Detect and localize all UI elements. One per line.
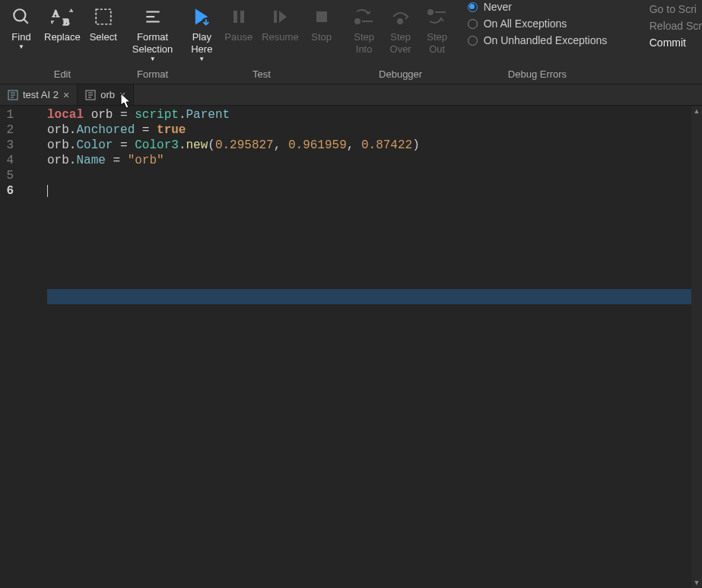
resume-button[interactable]: Resume (257, 2, 303, 64)
ribbon-group-edit: Find ▼ A B Replace Select (0, 0, 125, 84)
code-editor[interactable]: 123456 local orb = script.Parentorb.Anch… (0, 106, 702, 588)
find-label: Find (11, 31, 30, 43)
format-selection-button[interactable]: Format Selection ▼ (128, 2, 177, 64)
editor-tabs: test AI 2 × orb × (0, 84, 702, 106)
line-number: 2 (3, 122, 14, 138)
step-over-button[interactable]: Step Over (383, 2, 419, 57)
radio-on-unhandled-label: On Unhandled Exceptions (484, 34, 608, 46)
group-label-edit: Edit (54, 65, 71, 84)
svg-point-0 (14, 9, 25, 21)
radio-never-label: Never (484, 1, 512, 13)
radio-on-unhandled-exceptions[interactable]: On Unhandled Exceptions (468, 34, 608, 46)
svg-point-16 (428, 10, 433, 14)
search-icon (11, 5, 31, 29)
code-line[interactable]: orb.Name = "orb" (47, 153, 702, 168)
svg-line-1 (24, 19, 27, 23)
code-line[interactable] (47, 183, 702, 199)
ribbon-toolbar: Find ▼ A B Replace Select (0, 0, 702, 84)
line-number: 3 (3, 138, 14, 153)
radio-icon (468, 19, 478, 29)
radio-on-all-exceptions[interactable]: On All Exceptions (468, 17, 608, 30)
stop-button[interactable]: Stop (303, 2, 340, 64)
step-out-label: Step Out (427, 31, 447, 56)
ribbon-group-test: Play Here ▼ Pause Resume Stop (180, 0, 342, 84)
select-button[interactable]: Select (85, 2, 122, 52)
replace-label: Replace (44, 31, 81, 43)
tab-label: test AI 2 (23, 89, 59, 100)
close-icon[interactable]: × (63, 90, 69, 100)
vertical-scrollbar[interactable]: ▲ ▼ (691, 106, 702, 588)
radio-never[interactable]: Never (468, 1, 608, 13)
reload-script-button[interactable]: Reload Scr (650, 20, 702, 32)
svg-point-15 (398, 19, 402, 24)
dropdown-icon: ▼ (18, 44, 24, 50)
resume-label: Resume (262, 31, 298, 43)
replace-icon: A B (51, 5, 74, 29)
code-line[interactable]: orb.Color = Color3.new(0.295827, 0.96195… (47, 138, 702, 153)
play-icon (191, 5, 212, 29)
line-number: 1 (3, 107, 14, 122)
format-icon (143, 5, 163, 29)
find-button[interactable]: Find ▼ (3, 2, 40, 52)
svg-rect-4 (96, 9, 111, 24)
group-label-debug-errors: Debug Errors (508, 65, 567, 84)
step-into-icon (354, 5, 374, 29)
group-label-test: Test (253, 65, 271, 84)
close-icon[interactable]: × (119, 90, 125, 100)
replace-button[interactable]: A B Replace (40, 2, 85, 52)
stop-icon (313, 5, 331, 29)
svg-text:B: B (63, 17, 69, 27)
localscript-icon (8, 90, 18, 100)
dropdown-icon: ▼ (150, 56, 156, 62)
step-out-icon (427, 5, 447, 29)
ribbon-group-format: Format Selection ▼ Format (125, 0, 180, 84)
commit-button[interactable]: Commit (650, 37, 702, 49)
step-into-button[interactable]: Step Into (346, 2, 383, 57)
svg-rect-11 (274, 11, 277, 23)
line-gutter: 123456 (0, 106, 21, 588)
svg-rect-10 (240, 11, 244, 23)
step-over-label: Step Over (390, 31, 411, 56)
svg-text:A: A (52, 8, 59, 19)
code-line[interactable]: local orb = script.Parent (47, 107, 702, 122)
ribbon-group-debug-errors: Never On All Exceptions On Unhandled Exc… (459, 0, 617, 84)
stop-label: Stop (311, 31, 332, 43)
play-here-button[interactable]: Play Here ▼ (183, 2, 220, 64)
svg-point-13 (355, 19, 360, 24)
line-number: 4 (3, 153, 14, 168)
line-number: 5 (3, 168, 14, 183)
format-selection-label: Format Selection (132, 31, 173, 56)
group-label-debugger: Debugger (379, 65, 422, 84)
line-number: 6 (3, 183, 14, 199)
code-line[interactable]: orb.Anchored = true (47, 122, 702, 138)
scroll-up-icon[interactable]: ▲ (691, 106, 702, 116)
radio-icon (468, 2, 478, 12)
ribbon-group-debugger: Step Into Step Over Step Out Debugger (343, 0, 459, 84)
select-icon (94, 5, 113, 29)
svg-rect-9 (233, 11, 237, 23)
scroll-down-icon[interactable]: ▼ (691, 577, 702, 588)
ribbon-right-actions: Go to Scri Reload Scr Commit (645, 0, 702, 84)
code-line[interactable] (47, 168, 702, 183)
tab-label: orb (100, 89, 115, 100)
go-to-script-button[interactable]: Go to Scri (650, 3, 702, 15)
step-over-icon (391, 5, 411, 29)
radio-on-all-label: On All Exceptions (484, 17, 567, 30)
pause-icon (230, 5, 248, 29)
dropdown-icon: ▼ (199, 56, 205, 62)
tab-orb[interactable]: orb × (78, 84, 134, 105)
code-area[interactable]: local orb = script.Parentorb.Anchored = … (21, 106, 702, 588)
tab-test-ai-2[interactable]: test AI 2 × (0, 84, 78, 105)
script-icon (85, 90, 96, 100)
group-label-format: Format (137, 65, 168, 84)
pause-button[interactable]: Pause (220, 2, 257, 64)
step-out-button[interactable]: Step Out (419, 2, 456, 57)
radio-icon (468, 36, 478, 46)
select-label: Select (90, 31, 117, 43)
svg-rect-12 (316, 11, 327, 22)
text-caret (47, 185, 48, 197)
play-here-label: Play Here (191, 31, 212, 56)
pause-label: Pause (224, 31, 253, 43)
resume-icon (271, 5, 289, 29)
step-into-label: Step Into (354, 31, 374, 56)
